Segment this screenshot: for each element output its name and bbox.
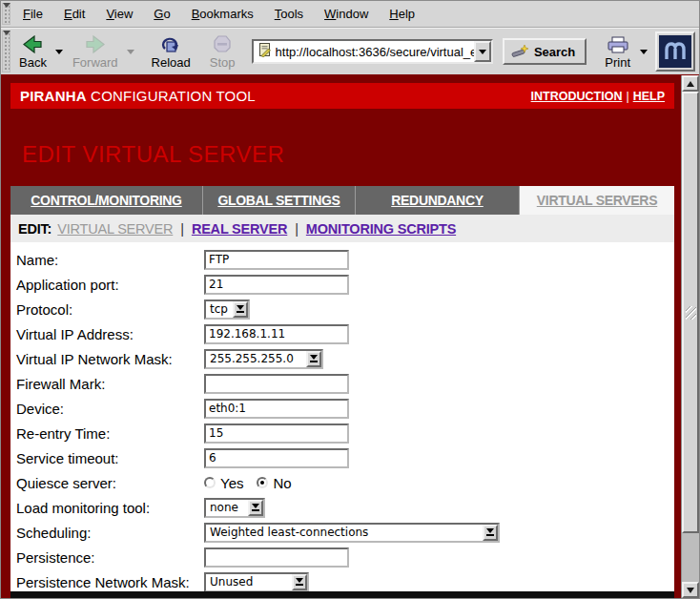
scrollbar-track[interactable] xyxy=(682,533,699,582)
brand-title: PIRANHA CONFIGURATION TOOL xyxy=(20,88,256,104)
field-label-protocol: Protocol: xyxy=(16,301,204,318)
url-input[interactable] xyxy=(276,45,474,59)
field-select-persistence-network-mask[interactable]: Unused xyxy=(204,572,309,592)
mozilla-logo[interactable] xyxy=(655,31,695,72)
subnav-separator: | xyxy=(295,221,299,237)
tab-control-monitoring[interactable]: CONTROL/MONITORING xyxy=(10,186,203,215)
radio-option-yes[interactable]: Yes xyxy=(204,475,243,491)
title-band: EDIT VIRTUAL SERVER xyxy=(10,109,674,186)
print-dropdown[interactable] xyxy=(637,35,649,68)
menu-tools[interactable]: Tools xyxy=(264,1,314,27)
field-label-virtual-ip-address: Virtual IP Address: xyxy=(16,326,204,342)
field-label-application-port: Application port: xyxy=(16,277,204,293)
subnav-separator: | xyxy=(180,221,184,237)
menu-edit[interactable]: Edit xyxy=(53,1,95,27)
field-input-name[interactable] xyxy=(204,250,349,270)
tab-redundancy[interactable]: REDUNDANCY xyxy=(356,186,520,215)
select-value: Weighted least-connections xyxy=(206,525,483,541)
introduction-link[interactable]: INTRODUCTION xyxy=(531,90,623,103)
form-row-protocol: Protocol:tcp xyxy=(16,297,674,321)
field-select-load-monitoring-tool[interactable]: none xyxy=(204,498,265,518)
menu-items: FileEditViewGoBookmarksToolsWindowHelp xyxy=(12,1,425,27)
field-label-persistence-network-mask: Persistence Network Mask: xyxy=(16,574,204,590)
menu-view[interactable]: View xyxy=(95,1,143,27)
browser-window: FileEditViewGoBookmarksToolsWindowHelp B… xyxy=(0,0,700,599)
print-icon xyxy=(607,35,629,54)
field-label-scheduling: Scheduling: xyxy=(16,525,204,541)
field-label-load-monitoring-tool: Load monitoring tool: xyxy=(16,500,204,516)
field-label-device: Device: xyxy=(16,401,204,417)
select-value: tcp xyxy=(206,301,233,318)
tab-global-settings[interactable]: GLOBAL SETTINGS xyxy=(203,186,356,215)
mozilla-logo-icon xyxy=(659,35,691,68)
form-row-persistence-network-mask: Persistence Network Mask:Unused xyxy=(16,569,674,591)
piranha-header-bar: PIRANHA CONFIGURATION TOOL INTRODUCTION|… xyxy=(10,83,674,109)
chevron-down-icon[interactable] xyxy=(292,574,307,590)
back-button[interactable]: Back xyxy=(12,32,53,72)
field-label-re-entry-time: Re-entry Time: xyxy=(16,425,204,442)
menu-bookmarks[interactable]: Bookmarks xyxy=(181,1,264,27)
chevron-down-icon[interactable] xyxy=(483,525,498,541)
radio-label: No xyxy=(273,475,291,491)
reload-button[interactable]: Reload xyxy=(145,32,197,72)
chevron-down-icon[interactable] xyxy=(248,500,263,516)
field-input-application-port[interactable] xyxy=(204,275,349,295)
chevron-down-icon[interactable] xyxy=(233,301,248,318)
field-input-service-timeout[interactable] xyxy=(204,448,349,468)
print-label: Print xyxy=(605,55,630,70)
field-label-persistence: Persistence: xyxy=(16,549,204,566)
browser-viewport: PIRANHA CONFIGURATION TOOL INTRODUCTION|… xyxy=(1,75,699,598)
radio-option-no[interactable]: No xyxy=(257,475,291,491)
form-row-name: Name: xyxy=(16,247,674,272)
brand-rest: CONFIGURATION TOOL xyxy=(87,88,256,104)
form-row-re-entry-time: Re-entry Time: xyxy=(16,421,674,445)
field-label-quiesce-server: Quiesce server: xyxy=(16,475,204,491)
field-input-firewall-mark[interactable] xyxy=(204,374,349,394)
bookmark-icon[interactable] xyxy=(257,42,272,61)
forward-button[interactable]: Forward xyxy=(66,32,125,72)
print-button[interactable]: Print xyxy=(598,32,637,72)
field-label-service-timeout: Service timeout: xyxy=(16,450,204,466)
menu-window[interactable]: Window xyxy=(314,1,379,27)
subnav-link-real-server[interactable]: REAL SERVER xyxy=(192,221,287,237)
stop-button[interactable]: Stop xyxy=(203,32,242,72)
menu-go[interactable]: Go xyxy=(143,1,180,27)
search-icon xyxy=(510,43,529,61)
field-select-protocol[interactable]: tcp xyxy=(204,300,250,320)
field-input-re-entry-time[interactable] xyxy=(204,423,349,444)
page-content: PIRANHA CONFIGURATION TOOL INTRODUCTION|… xyxy=(10,83,674,598)
help-link[interactable]: HELP xyxy=(633,90,665,103)
toolbar-grippy[interactable] xyxy=(2,3,10,25)
select-value: Unused xyxy=(206,574,292,590)
chevron-down-icon[interactable] xyxy=(306,351,321,367)
scroll-up-button[interactable] xyxy=(682,75,699,92)
field-select-scheduling[interactable]: Weighted least-connections xyxy=(204,523,500,543)
search-button[interactable]: Search xyxy=(503,38,587,65)
scrollbar-thumb[interactable] xyxy=(682,92,699,533)
subnav-prefix: EDIT: xyxy=(18,221,51,237)
radio-label: Yes xyxy=(220,475,243,491)
radio-icon[interactable] xyxy=(204,477,216,488)
form-row-quiesce-server: Quiesce server:YesNo xyxy=(16,470,674,495)
radio-icon[interactable] xyxy=(257,477,268,488)
scroll-down-button[interactable] xyxy=(682,582,699,598)
form-row-device: Device: xyxy=(16,396,674,421)
back-history-dropdown[interactable] xyxy=(53,35,66,68)
form-row-service-timeout: Service timeout: xyxy=(16,445,674,470)
field-input-device[interactable] xyxy=(204,399,349,419)
field-select-virtual-ip-network-mask[interactable]: 255.255.255.0 xyxy=(204,349,323,369)
field-input-persistence[interactable] xyxy=(204,547,349,568)
header-link-separator: | xyxy=(626,90,628,103)
search-label: Search xyxy=(534,45,575,59)
subnav-link-monitoring-scripts[interactable]: MONITORING SCRIPTS xyxy=(306,221,456,237)
field-input-virtual-ip-address[interactable] xyxy=(204,324,349,344)
forward-history-dropdown[interactable] xyxy=(125,35,137,68)
forward-icon xyxy=(85,35,106,54)
menu-help[interactable]: Help xyxy=(379,1,425,27)
menu-file[interactable]: File xyxy=(12,1,53,27)
tab-virtual-servers: VIRTUAL SERVERS xyxy=(520,186,674,215)
form-row-persistence: Persistence: xyxy=(16,545,674,569)
radio-group-quiesce-server: YesNo xyxy=(204,475,292,491)
url-dropdown-button[interactable] xyxy=(474,41,491,62)
toolbar-grippy[interactable] xyxy=(2,31,10,72)
